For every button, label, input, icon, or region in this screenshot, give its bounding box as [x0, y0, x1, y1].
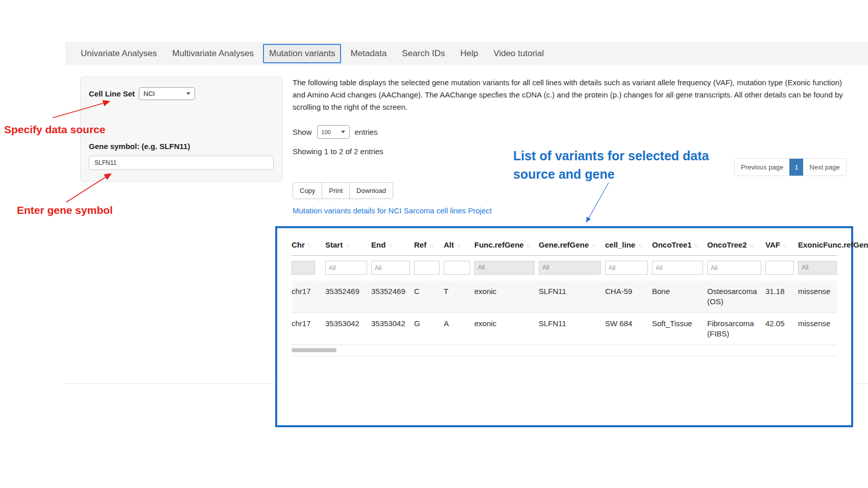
column-header-exonicfunc-refgene[interactable]: ExonicFunc.refGene↑↓	[798, 240, 868, 255]
column-header-func-refgene[interactable]: Func.refGene↑↓	[474, 240, 535, 255]
filter-cell-line[interactable]	[605, 261, 648, 275]
tab-video-tutorial[interactable]: Video tutorial	[487, 44, 550, 63]
column-label: OncoTree1	[652, 240, 692, 249]
annotation-specify-data-source: Specify data source	[4, 124, 105, 136]
column-header-ref[interactable]: Ref↑↓	[414, 240, 440, 255]
blue-arrow-to-table	[587, 183, 609, 222]
cell-oncotree2: Osteosarcoma (OS)	[707, 286, 761, 307]
filter-func-refgene[interactable]: All	[474, 261, 535, 275]
column-header-chr[interactable]: Chr↑↓	[292, 240, 321, 255]
previous-page-button[interactable]: Previous page	[735, 159, 789, 176]
annotation-enter-gene-symbol: Enter gene symbol	[17, 204, 113, 216]
tab-multivariate-analyses[interactable]: Multivariate Analyses	[166, 44, 260, 63]
cell-start: 35352469	[325, 286, 367, 307]
gene-symbol-input[interactable]	[89, 156, 274, 170]
column-header-vaf[interactable]: VAF↑↓	[765, 240, 794, 255]
cell-vaf: 31.18	[765, 286, 794, 307]
cell-cell-line: CHA-59	[605, 286, 648, 307]
filter-cell	[292, 261, 321, 275]
download-button[interactable]: Download	[349, 182, 393, 199]
column-header-start[interactable]: Start↑↓	[325, 240, 367, 255]
scrollbar-thumb[interactable]	[292, 348, 336, 352]
next-page-button[interactable]: Next page	[803, 159, 846, 176]
horizontal-scrollbar[interactable]	[292, 345, 837, 356]
tab-search-ids[interactable]: Search IDs	[396, 44, 451, 63]
cell-end: 35352469	[371, 286, 410, 307]
filter-cell: All	[474, 261, 535, 275]
cell-func-refgene: exonic	[474, 286, 535, 307]
sort-icon[interactable]: ↑↓	[591, 242, 595, 248]
cell-end: 35353042	[371, 319, 410, 339]
page-length-select[interactable]: 100	[317, 125, 350, 139]
cell-line-set-select[interactable]: NCI	[139, 87, 195, 100]
cell-alt: T	[444, 286, 470, 307]
column-header-oncotree1[interactable]: OncoTree1↑↓	[652, 240, 703, 255]
filter-cell: All	[798, 261, 837, 275]
table-row[interactable]: chr173535246935352469CTexonicSLFN11CHA-5…	[292, 281, 837, 313]
filter-alt[interactable]	[444, 261, 470, 275]
column-header-alt[interactable]: Alt↑↓	[444, 240, 470, 255]
sort-icon[interactable]: ↑↓	[783, 242, 786, 248]
sort-icon[interactable]: ↑↓	[526, 242, 530, 248]
column-header-gene-refgene[interactable]: Gene.refGene↑↓	[539, 240, 601, 255]
filter-end[interactable]	[371, 261, 410, 275]
page-length-value: 100	[322, 129, 331, 135]
cell-oncotree1: Soft_Tissue	[652, 319, 703, 339]
sort-icon[interactable]: ↑↓	[307, 242, 311, 248]
filter-oncotree2[interactable]	[707, 261, 761, 275]
column-header-oncotree2[interactable]: OncoTree2↑↓	[707, 240, 761, 255]
tab-mutation-variants[interactable]: Mutation variants	[263, 44, 341, 63]
filter-chr[interactable]	[292, 261, 315, 275]
column-label: OncoTree2	[707, 240, 747, 249]
filter-vaf[interactable]	[765, 261, 794, 275]
sort-icon[interactable]: ↑↓	[345, 242, 349, 248]
sort-icon[interactable]: ↑↓	[638, 242, 641, 248]
cell-line-set-label: Cell Line Set	[89, 89, 135, 98]
tab-univariate-analyses[interactable]: Univariate Analyses	[75, 44, 163, 63]
page-number-button[interactable]: 1	[789, 159, 803, 176]
filter-cell: All	[539, 261, 601, 275]
column-label: VAF	[765, 240, 780, 249]
column-label: Start	[325, 240, 343, 249]
sort-icon[interactable]: ↑↓	[694, 242, 698, 248]
print-button[interactable]: Print	[322, 182, 350, 199]
table-body: chr173535246935352469CTexonicSLFN11CHA-5…	[292, 281, 837, 345]
cell-chr: chr17	[292, 319, 321, 339]
copy-button[interactable]: Copy	[293, 182, 322, 199]
cell-start: 35353042	[325, 319, 367, 339]
cell-ref: C	[414, 286, 440, 307]
sort-icon[interactable]: ↑↓	[429, 242, 432, 248]
filter-gene-refgene[interactable]: All	[539, 261, 601, 275]
show-entries-control: Show 100 entries	[293, 125, 378, 139]
cell-exonicfunc-refgene: missense	[798, 286, 837, 307]
filter-ref[interactable]	[414, 261, 440, 275]
gene-symbol-label: Gene symbol: (e.g. SLFN11)	[89, 142, 274, 151]
sort-icon[interactable]: ↑↓	[456, 242, 460, 248]
chevron-down-icon	[341, 131, 345, 133]
filter-oncotree1[interactable]	[652, 261, 703, 275]
filter-start[interactable]	[325, 261, 367, 275]
project-details-link[interactable]: Mutation variants details for NCI Sarcom…	[293, 206, 492, 215]
top-navbar: Univariate AnalysesMultivariate Analyses…	[65, 42, 868, 65]
show-label: Show	[293, 128, 312, 136]
filter-cell	[765, 261, 794, 275]
pagination: Previous page 1 Next page	[734, 158, 847, 176]
table-filter-row: AllAllAll	[292, 256, 837, 281]
table-row[interactable]: chr173535304235353042GAexonicSLFN11SW 68…	[292, 313, 837, 345]
showing-entries-status: Showing 1 to 2 of 2 entries	[293, 147, 383, 156]
column-label: Func.refGene	[474, 240, 524, 249]
column-header-end[interactable]: End↑↓	[371, 240, 410, 255]
column-header-cell-line[interactable]: cell_line↑↓	[605, 240, 648, 255]
column-label: Gene.refGene	[539, 240, 589, 249]
tab-help[interactable]: Help	[454, 44, 484, 63]
filter-cell	[707, 261, 761, 275]
cell-oncotree2: Fibrosarcoma (FIBS)	[707, 319, 761, 339]
export-button-group: Copy Print Download	[293, 182, 393, 199]
sort-icon[interactable]: ↑↓	[388, 242, 392, 248]
filter-exonicfunc-refgene[interactable]: All	[798, 261, 837, 275]
sort-icon[interactable]: ↑↓	[750, 242, 753, 248]
column-label: Chr	[292, 240, 305, 249]
cell-gene-refgene: SLFN11	[539, 286, 601, 307]
cell-gene-refgene: SLFN11	[539, 319, 601, 339]
tab-metadata[interactable]: Metadata	[344, 44, 393, 63]
